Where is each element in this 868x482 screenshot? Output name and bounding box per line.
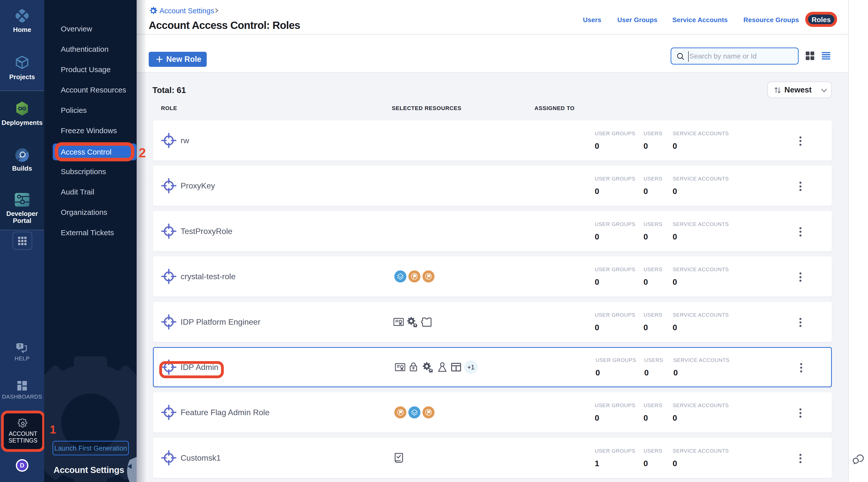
svg-text:?: ? xyxy=(19,344,21,349)
